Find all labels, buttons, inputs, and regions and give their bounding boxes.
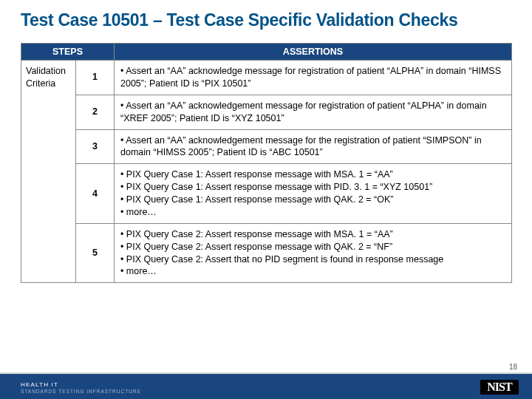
brand-bottom: STANDARDS TESTING INFRASTRUCTURE bbox=[21, 389, 532, 394]
assertion-cell: • Assert an “AA” acknowledge message for… bbox=[115, 61, 512, 95]
page-number: 18 bbox=[509, 363, 517, 371]
brand-block: HEALTH IT STANDARDS TESTING INFRASTRUCTU… bbox=[0, 374, 532, 394]
assertion-cell: • Assert an “AA” acknowledgement message… bbox=[115, 95, 512, 129]
col-header-assertions: ASSERTIONS bbox=[115, 44, 512, 61]
assertion-cell: • PIX Query Case 1: Assert response mess… bbox=[115, 164, 512, 224]
footer-bar: HEALTH IT STANDARDS TESTING INFRASTRUCTU… bbox=[0, 374, 532, 399]
step-number: 4 bbox=[76, 164, 115, 224]
table-row: 3 • Assert an “AA” acknowledgement messa… bbox=[21, 129, 512, 164]
table-body: Validation Criteria 1 • Assert an “AA” a… bbox=[21, 61, 512, 283]
table-row: 5 • PIX Query Case 2: Assert response me… bbox=[21, 223, 512, 283]
step-number: 5 bbox=[76, 223, 115, 283]
assertion-cell: • PIX Query Case 2: Assert response mess… bbox=[115, 223, 512, 283]
nist-logo-text: NIST bbox=[480, 380, 519, 395]
step-number: 2 bbox=[76, 95, 115, 129]
step-number: 3 bbox=[76, 129, 115, 164]
assertion-cell: • Assert an “AA” acknowledgement message… bbox=[115, 129, 512, 164]
nist-logo: NIST bbox=[480, 380, 519, 395]
col-header-steps: STEPS bbox=[21, 44, 115, 61]
slide: Test Case 10501 – Test Case Specific Val… bbox=[0, 0, 532, 399]
step-number: 1 bbox=[76, 61, 115, 95]
validation-table: STEPS ASSERTIONS Validation Criteria 1 •… bbox=[21, 43, 512, 283]
table-row: Validation Criteria 1 • Assert an “AA” a… bbox=[21, 61, 512, 95]
table-row: 4 • PIX Query Case 1: Assert response me… bbox=[21, 164, 512, 224]
row-label: Validation Criteria bbox=[21, 61, 76, 283]
brand-top: HEALTH IT bbox=[21, 381, 58, 388]
table-row: 2 • Assert an “AA” acknowledgement messa… bbox=[21, 95, 512, 129]
slide-title: Test Case 10501 – Test Case Specific Val… bbox=[0, 0, 532, 36]
